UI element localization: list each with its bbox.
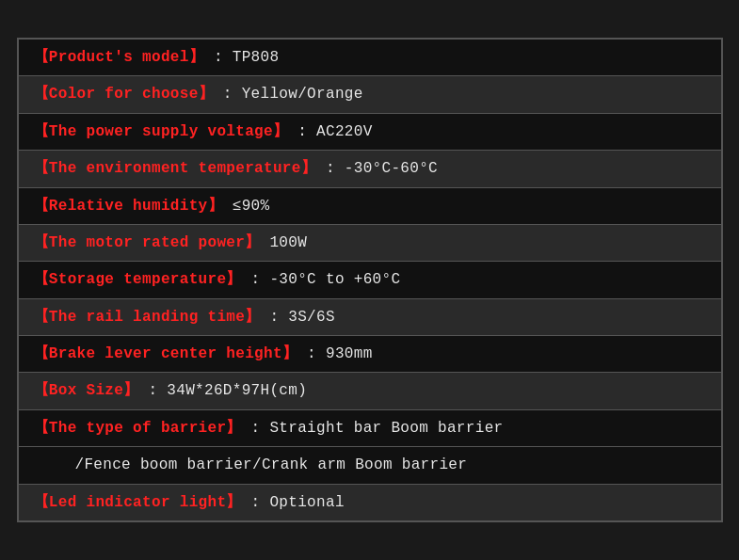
spec-row-storage-temp: 【Storage temperature】 : -30°C to +60°C (19, 262, 721, 298)
spec-row-env-temp: 【The environment temperature】 : -30°C-60… (19, 151, 721, 187)
bracket-open-humidity: 【 (34, 198, 49, 215)
spec-row-led-indicator: 【Led indicator light】 : Optional (19, 485, 721, 520)
value-box-size: : 34W*26D*97H(cm) (139, 382, 308, 399)
spec-table: 【Product's model】 : TP808【Color for choo… (17, 38, 723, 522)
bracket-open-env-temp: 【 (34, 160, 49, 177)
spec-row-humidity: 【Relative humidity】 ≤90% (19, 188, 721, 225)
spec-row-product-model: 【Product's model】 : TP808 (19, 40, 721, 76)
bracket-open-motor-power: 【 (34, 234, 49, 251)
value-storage-temp: : -30°C to +60°C (242, 271, 401, 288)
bracket-open-rail-time: 【 (34, 309, 49, 326)
label-motor-power: The motor rated power (49, 234, 245, 251)
spec-cell-rail-time: 【The rail landing time】 : 3S/6S (19, 299, 721, 335)
value-power-voltage: : AC220V (288, 123, 372, 140)
bracket-open-led-indicator: 【 (34, 494, 49, 511)
spec-row-barrier-type-2: /Fence boom barrier/Crank arm Boom barri… (19, 447, 721, 484)
label-barrier-type-1: The type of barrier (49, 420, 227, 437)
label-brake-height: Brake lever center height (49, 345, 282, 362)
bracket-open-storage-temp: 【 (34, 271, 49, 288)
spec-cell-storage-temp: 【Storage temperature】 : -30°C to +60°C (19, 262, 721, 297)
spec-row-box-size: 【Box Size】 : 34W*26D*97H(cm) (19, 373, 721, 409)
label-humidity: Relative humidity (49, 198, 208, 215)
bracket-close-led-indicator: 】 (226, 494, 241, 511)
spec-row-rail-time: 【The rail landing time】 : 3S/6S (19, 299, 721, 336)
label-product-model: Product's model (49, 49, 189, 66)
spec-cell-barrier-type-2: /Fence boom barrier/Crank arm Boom barri… (19, 447, 721, 483)
bracket-close-humidity: 】 (208, 198, 223, 215)
bracket-open-color: 【 (34, 86, 49, 103)
value-color: : Yellow/Orange (214, 86, 363, 103)
value-brake-height: : 930mm (297, 345, 372, 362)
value-env-temp: : -30°C-60°C (316, 160, 438, 177)
label-storage-temp: Storage temperature (49, 271, 227, 288)
label-env-temp: The environment temperature (49, 160, 301, 177)
spec-row-brake-height: 【Brake lever center height】 : 930mm (19, 336, 721, 373)
value-led-indicator: : Optional (242, 494, 345, 511)
spec-row-barrier-type-1: 【The type of barrier】 : Straight bar Boo… (19, 410, 721, 447)
label-color: Color for choose (49, 86, 199, 103)
bracket-open-box-size: 【 (34, 382, 49, 399)
bracket-close-product-model: 】 (189, 49, 204, 66)
bracket-close-color: 】 (199, 86, 214, 103)
bracket-close-barrier-type-1: 】 (226, 420, 241, 437)
bracket-close-power-voltage: 】 (273, 123, 288, 140)
spec-cell-power-voltage: 【The power supply voltage】 : AC220V (19, 114, 721, 150)
spec-cell-product-model: 【Product's model】 : TP808 (19, 40, 721, 75)
label-power-voltage: The power supply voltage (49, 123, 273, 140)
value-rail-time: : 3S/6S (261, 309, 335, 326)
value-motor-power: 100W (261, 234, 308, 251)
label-led-indicator: Led indicator light (49, 494, 227, 511)
bracket-close-brake-height: 】 (282, 345, 297, 362)
value-humidity: ≤90% (223, 198, 270, 215)
bracket-close-rail-time: 】 (245, 309, 260, 326)
bracket-open-brake-height: 【 (34, 345, 49, 362)
spec-cell-brake-height: 【Brake lever center height】 : 930mm (19, 336, 721, 372)
bracket-close-motor-power: 】 (245, 234, 260, 251)
label-box-size: Box Size (49, 382, 123, 399)
bracket-open-barrier-type-1: 【 (34, 420, 49, 437)
spec-row-color: 【Color for choose】 : Yellow/Orange (19, 76, 721, 113)
spec-row-motor-power: 【The motor rated power】 100W (19, 225, 721, 262)
spec-cell-barrier-type-1: 【The type of barrier】 : Straight bar Boo… (19, 410, 721, 446)
spec-cell-led-indicator: 【Led indicator light】 : Optional (19, 485, 721, 520)
spec-row-power-voltage: 【The power supply voltage】 : AC220V (19, 114, 721, 151)
bracket-open-power-voltage: 【 (34, 123, 49, 140)
bracket-close-box-size: 】 (123, 382, 138, 399)
spec-cell-motor-power: 【The motor rated power】 100W (19, 225, 721, 261)
spec-cell-box-size: 【Box Size】 : 34W*26D*97H(cm) (19, 373, 721, 408)
bracket-close-storage-temp: 】 (226, 271, 241, 288)
value-barrier-type-2: /Fence boom barrier/Crank arm Boom barri… (75, 456, 468, 473)
spec-cell-color: 【Color for choose】 : Yellow/Orange (19, 76, 721, 112)
value-product-model: : TP808 (204, 49, 279, 66)
bracket-close-env-temp: 】 (301, 160, 316, 177)
value-barrier-type-1: : Straight bar Boom barrier (242, 420, 504, 437)
label-rail-time: The rail landing time (49, 309, 245, 326)
bracket-open-product-model: 【 (34, 49, 49, 66)
spec-cell-humidity: 【Relative humidity】 ≤90% (19, 188, 721, 224)
spec-cell-env-temp: 【The environment temperature】 : -30°C-60… (19, 151, 721, 186)
